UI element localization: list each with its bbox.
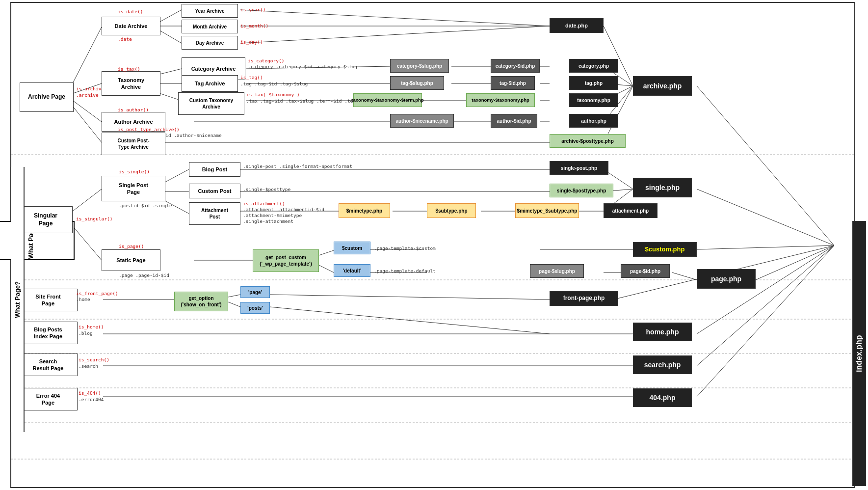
archive-template: .archive	[76, 92, 99, 98]
svg-line-57	[319, 265, 334, 272]
error-template: .error404	[79, 397, 104, 402]
attachment-template2: .attachment-$mimetype	[243, 213, 302, 218]
customtax-is-tax: is_tax( $taxonomy )	[246, 92, 300, 97]
blog-is-home: is_home()	[79, 324, 104, 329]
taxonomy-term-php-box: taxonomy-$taxonomy-$term.php	[353, 93, 422, 107]
svg-line-65	[697, 245, 834, 249]
attachment-template3: .single-attachment	[243, 218, 293, 224]
day-archive-box: Day Archive	[182, 36, 238, 50]
static-page-box: Static Page	[102, 249, 160, 271]
error-404-page-box: Error 404Page	[19, 388, 78, 410]
day-is-day: is_day()	[240, 39, 263, 45]
svg-line-68	[270, 295, 550, 299]
get-option-box: get_option('show_on_front')	[174, 292, 228, 311]
single-php-box: single.php	[633, 178, 692, 197]
home-php-box: home.php	[633, 323, 692, 341]
tax-is-tax: is_tax()	[118, 66, 140, 72]
blog-post-box: Blog Post	[189, 162, 240, 177]
custompost-template: .single-$posttype	[243, 187, 290, 192]
date-archive-box: Date Archive	[102, 17, 160, 35]
category-php-box: category.php	[569, 59, 618, 73]
svg-line-67	[228, 295, 240, 297]
taxonomy-archive-box: TaxonomyArchive	[102, 71, 160, 96]
search-template: .search	[79, 363, 98, 369]
svg-line-15	[240, 10, 550, 26]
svg-line-64	[756, 245, 834, 280]
subtype-php-box: $subtype.php	[427, 203, 476, 218]
tag-template: .tag .tag-$id .tag-$slug	[240, 81, 308, 86]
year-archive-box: Year Archive	[182, 4, 238, 18]
blogpost-template: .single-post .single-format-$postformat	[243, 163, 352, 169]
mimetype-subtype-php-box: $mimetype_$subtype.php	[515, 203, 579, 218]
svg-line-73	[697, 245, 834, 334]
error-404-php-box: 404.php	[633, 388, 692, 407]
singular-is-singular: is_singular()	[76, 216, 112, 221]
front-is-front-page: is_front_page()	[76, 291, 118, 296]
page-option-box: 'page'	[240, 286, 270, 298]
page-slug-php-box: page-$slug.php	[530, 264, 584, 278]
category-slug-php-box: category-$slug.php	[390, 59, 449, 73]
page-template-custom-text: .page-template-$custom	[374, 245, 436, 251]
author-id-php-box: author-$id.php	[491, 114, 537, 128]
svg-line-17	[240, 26, 550, 43]
date-is-date: is_date()	[118, 9, 143, 14]
month-is-month: is_month()	[240, 23, 268, 28]
index-php-label: index.php	[852, 221, 866, 486]
attachment-template: .attachment .attachmentid-$id	[243, 207, 324, 212]
svg-line-75	[697, 245, 834, 366]
default-option-box: 'default'	[334, 264, 370, 277]
month-archive-box: Month Archive	[182, 20, 238, 33]
single-post-page-box: Single PostPage	[102, 176, 165, 201]
single-post-php-box: single-post.php	[550, 161, 608, 175]
attachment-post-box: AttachmentPost	[189, 202, 240, 225]
date-php-box: date.php	[550, 18, 604, 33]
author-is-author: is_author()	[118, 107, 149, 112]
get-post-custom-box: get_post_custom('_wp_page_template')	[253, 249, 319, 272]
single-template: .postid-$id .single	[119, 203, 172, 208]
svg-line-53	[697, 189, 834, 245]
custom-post-type-archive-box: Custom Post-Type Archive	[102, 133, 165, 155]
tag-archive-box: Tag Archive	[182, 75, 238, 92]
search-php-box: search.php	[633, 355, 692, 374]
archive-php-box: archive.php	[633, 76, 692, 96]
static-is-page: is_page()	[119, 244, 144, 249]
tag-id-php-box: tag-$id.php	[491, 76, 535, 90]
site-front-page-box: Site FrontPage	[19, 289, 78, 311]
attachment-is-attachment: is_attachment()	[243, 201, 285, 206]
author-php-box: author.php	[569, 114, 618, 128]
tag-slug-php-box: tag-$slug.php	[390, 76, 444, 90]
posts-option-box: 'posts'	[240, 302, 270, 314]
archive-page-box: Archive Page	[20, 82, 74, 112]
blog-posts-index-box: Blog PostsIndex Page	[19, 322, 78, 344]
svg-line-70	[270, 307, 550, 334]
taxonomy-php-box: taxonomy.php	[569, 93, 618, 107]
page-php-box: page.php	[697, 269, 756, 289]
mimetype-php-box: $mimetype.php	[339, 203, 390, 218]
error-is-404: is_404()	[79, 390, 101, 396]
front-page-php-box: front-page.php	[550, 291, 618, 306]
tag-is-tag: is_tag()	[240, 75, 263, 80]
svg-line-77	[697, 245, 834, 397]
author-nicename-php-box: author-$nicename.php	[390, 114, 454, 128]
what-page-vertical-box: What Page?	[11, 167, 25, 432]
search-is-search: is_search()	[79, 357, 109, 362]
singular-page-box: SingularPage	[19, 206, 73, 233]
front-template: .home	[76, 297, 90, 302]
custom-php-box: $custom.php	[633, 242, 697, 257]
custom-post-box: Custom Post	[189, 184, 240, 198]
custom-option-box: $custom	[334, 242, 370, 254]
cat-template: .category .category-$id .category-$slug	[248, 64, 357, 69]
diagram-container: What Page? index.php Archive Page is_arc…	[0, 0, 868, 490]
attachment-php-box: attachment.php	[604, 203, 658, 218]
cat-is-category: is_category()	[248, 58, 284, 63]
cpt-is-post-type-archive: is_post_type_archive()	[118, 127, 180, 132]
blog-template: .blog	[79, 330, 93, 336]
svg-line-40	[697, 86, 834, 245]
static-template: .page .page-id-$id	[119, 272, 169, 278]
svg-line-63	[672, 272, 697, 280]
svg-line-56	[319, 250, 334, 255]
page-template-default-text: .page-template-default	[374, 268, 436, 273]
search-result-page-box: SearchResult Page	[19, 354, 78, 376]
custom-taxonomy-archive-box: Custom TaxonomyArchive	[178, 92, 244, 115]
tag-php-box: tag.php	[569, 76, 618, 90]
